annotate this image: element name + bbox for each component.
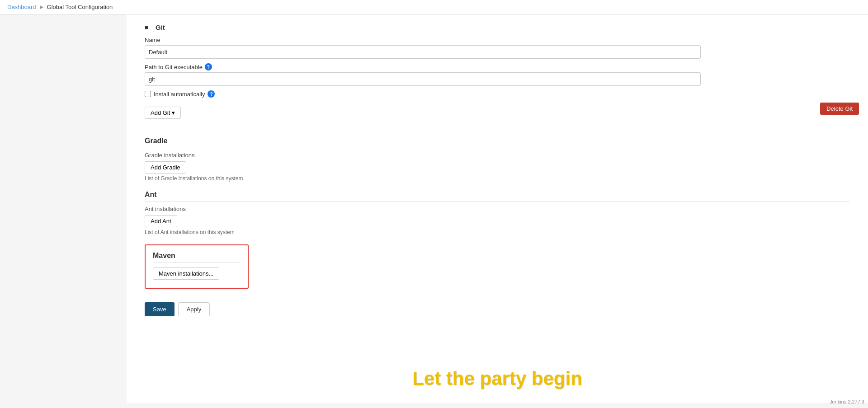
- git-name-input[interactable]: [145, 45, 701, 59]
- delete-git-button[interactable]: Delete Git: [820, 103, 859, 115]
- breadcrumb-bar: Dashboard ▶ Global Tool Configuration: [0, 0, 868, 14]
- add-gradle-button[interactable]: Add Gradle: [145, 161, 186, 174]
- install-help-icon[interactable]: ?: [208, 90, 215, 98]
- breadcrumb-dashboard[interactable]: Dashboard: [7, 4, 36, 10]
- ant-section: Ant Ant installations Add Ant List of An…: [145, 191, 850, 235]
- install-auto-checkbox[interactable]: [145, 91, 151, 97]
- add-git-label: Add Git: [151, 109, 170, 116]
- gradle-info-text: List of Gradle installations on this sys…: [145, 175, 850, 182]
- breadcrumb-separator: ▶: [40, 4, 43, 10]
- git-icon: ■: [145, 24, 152, 31]
- main-content: ■ Git Name Path to Git executable ? Inst…: [127, 14, 868, 403]
- git-path-input[interactable]: [145, 72, 701, 86]
- apply-button[interactable]: Apply: [178, 302, 210, 316]
- path-label: Path to Git executable ?: [145, 63, 850, 70]
- gradle-installations-label: Gradle installations: [145, 152, 850, 159]
- git-section: ■ Git Name Path to Git executable ? Inst…: [145, 23, 850, 128]
- ant-section-title: Ant: [145, 191, 850, 202]
- ant-info-text: List of Ant installations on this system: [145, 229, 850, 235]
- path-help-icon[interactable]: ?: [205, 63, 212, 70]
- name-label: Name: [145, 37, 850, 43]
- ant-installations-label: Ant installations: [145, 206, 850, 212]
- add-git-dropdown-arrow: ▾: [172, 109, 175, 116]
- maven-section: Maven Maven installations...: [145, 244, 249, 289]
- gradle-section-title: Gradle: [145, 137, 850, 148]
- save-button[interactable]: Save: [145, 302, 175, 316]
- party-text: Let the party begin: [412, 368, 582, 389]
- install-auto-label: Install automatically: [154, 91, 205, 98]
- git-header: ■ Git: [145, 23, 850, 31]
- install-auto-row: Install automatically ?: [145, 90, 850, 98]
- git-section-title: Git: [156, 23, 165, 31]
- breadcrumb-current: Global Tool Configuration: [47, 4, 113, 10]
- action-buttons: Save Apply: [145, 302, 850, 316]
- maven-section-title: Maven: [153, 252, 241, 263]
- maven-installations-button[interactable]: Maven installations...: [153, 267, 219, 280]
- add-git-button[interactable]: Add Git ▾: [145, 107, 181, 119]
- add-ant-button[interactable]: Add Ant: [145, 215, 177, 227]
- gradle-section: Gradle Gradle installations Add Gradle L…: [145, 137, 850, 182]
- jenkins-version: Jenkins 2.277.3: [830, 399, 864, 404]
